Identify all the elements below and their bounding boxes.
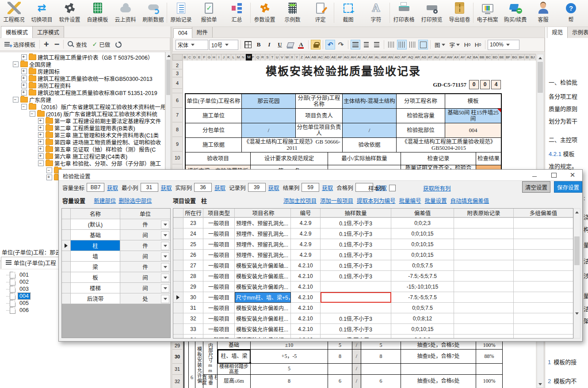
column-header[interactable]: AQ	[407, 54, 414, 61]
column-header[interactable]: AM	[380, 54, 387, 61]
lock-button[interactable]	[311, 40, 321, 49]
item-code-cell[interactable]: 4.2.9	[291, 228, 321, 239]
item-name-cell[interactable]: 预埋件、预留孔洞允...	[235, 250, 291, 260]
column-header[interactable]: BH	[518, 54, 525, 61]
items-table-row[interactable]: 25 一般项目 预埋件、预留孔洞允... 4.2.9 0.1倍,不小于3 0;0…	[173, 239, 573, 250]
items-table-row[interactable]: 26 一般项目 预埋件、预留孔洞允... 4.2.9 0.1倍,不小于3 0;0…	[173, 250, 573, 260]
refresh-button[interactable]	[113, 40, 124, 48]
reference-item[interactable]: 2模板内不	[548, 377, 577, 385]
column-header[interactable]: M	[236, 54, 241, 61]
multi-deviation-cell[interactable]	[514, 335, 573, 339]
close-icon[interactable]: ✕	[564, 170, 581, 180]
align-center-button[interactable]	[361, 40, 371, 49]
item-code-cell[interactable]: 4.2.10	[291, 324, 321, 335]
part-name-cell[interactable]: 梁	[71, 262, 120, 272]
toolbar-button[interactable]: 汇总	[223, 0, 251, 27]
form-cell-value[interactable]: /	[242, 123, 296, 138]
row-number-cell[interactable]: 24	[183, 228, 203, 239]
multi-deviation-cell[interactable]	[514, 260, 573, 271]
row-header[interactable]: 10	[172, 152, 182, 164]
items-table-row[interactable]: 23 一般项目 预埋件、预留孔洞允... 4.2.9 0.1倍,不小于3 0;0…	[173, 218, 573, 228]
item-code-cell[interactable]: 4.2.9	[291, 250, 321, 260]
sample-quantity-cell[interactable]: 0.1倍,不小于3	[321, 313, 391, 324]
form-cell[interactable]: ±10	[251, 342, 328, 350]
item-name-cell[interactable]: 预埋件、预留孔洞允...	[235, 239, 291, 250]
unit-cell[interactable]: 件	[120, 240, 170, 251]
deviation-cell[interactable]: 0;0;2;3	[391, 218, 454, 228]
item-code-cell[interactable]: 4.2.10	[291, 335, 321, 339]
toolbar-button[interactable]: 软件设置	[56, 0, 84, 27]
field-input[interactable]: BB7	[87, 183, 104, 192]
tree-expander-icon[interactable]	[21, 104, 27, 110]
field-input[interactable]: 59	[302, 183, 319, 192]
item-name-cell[interactable]: 预埋件、预留孔洞允...	[235, 218, 291, 228]
item-name-cell[interactable]: 模板安装允许偏差内...	[235, 303, 291, 313]
form-result-cell[interactable]	[476, 364, 503, 375]
form-result-cell[interactable]: 100%	[476, 342, 503, 350]
scroll-up-button[interactable]	[537, 54, 543, 61]
sample-quantity-cell[interactable]	[321, 292, 391, 303]
columns-button-1[interactable]	[386, 40, 396, 49]
capacity-table-row[interactable]: (默认) 件	[62, 219, 170, 230]
column-header[interactable]: W	[285, 54, 290, 61]
toolbar-button[interactable]: 原始记录	[167, 0, 195, 27]
form-cell-value[interactable]: 基础50间 柱15件墙25间	[445, 109, 501, 123]
toolbar-button[interactable]: 云上资料	[111, 0, 139, 27]
attached-record-cell[interactable]	[454, 239, 514, 250]
items-table-row[interactable]: 34 一般项目 模板安装允许偏差相... 4.2.10 0.1倍,不小于3 0;…	[173, 335, 573, 339]
collapse-button[interactable]: −	[52, 40, 62, 48]
multi-deviation-cell[interactable]	[514, 292, 573, 303]
toolbar-button[interactable]: 报验单	[195, 0, 223, 27]
undo-button[interactable]: ↶	[325, 40, 335, 49]
item-type-cell[interactable]: 一般项目	[203, 335, 235, 339]
column-header[interactable]: AN	[387, 54, 394, 61]
form-cell[interactable]: 楼梯相邻踏步高差	[218, 364, 251, 375]
zoom-select[interactable]: 100%	[488, 40, 519, 50]
item-code-cell[interactable]: 4.2.10	[291, 260, 321, 271]
tree-expander-icon[interactable]	[13, 97, 19, 103]
column-header[interactable]: Z	[300, 54, 305, 61]
selected-column-header[interactable]: M	[246, 54, 252, 61]
project-link[interactable]: 添加主控项目	[283, 196, 317, 205]
deviation-cell[interactable]: 0;0;5;7.5	[391, 303, 454, 313]
item-type-cell[interactable]: 一般项目	[203, 292, 235, 303]
tree-expander-icon[interactable]	[46, 175, 52, 180]
code-digit-box[interactable]: 0	[480, 80, 490, 89]
tree-expander-icon[interactable]	[38, 118, 44, 124]
column-header[interactable]: BG	[512, 54, 519, 61]
scroll-down-button[interactable]	[537, 381, 543, 388]
column-header[interactable]: AB	[311, 54, 317, 61]
column-header[interactable]: AH	[350, 54, 357, 61]
form-cell[interactable]: 层高≤6m	[218, 375, 251, 388]
column-header[interactable]: Y	[295, 54, 300, 61]
item-type-cell[interactable]: 一般项目	[203, 303, 235, 313]
capacity-table-row[interactable]: 基础 间	[62, 230, 170, 240]
toolbar-button[interactable]: 字符	[362, 0, 390, 27]
font-color-button[interactable]: A	[296, 40, 306, 49]
toolbar-button[interactable]: 打印表格	[390, 0, 418, 27]
part-name-cell[interactable]: 柱	[71, 240, 120, 251]
capacity-table-row[interactable]: 柱 件	[62, 240, 170, 251]
tree-expander-icon[interactable]	[38, 139, 44, 145]
item-type-cell[interactable]: 一般项目	[203, 239, 235, 250]
unit-project-tab[interactable]: 单位(子单位)工程	[1, 257, 61, 269]
form-cell[interactable]: 5	[361, 342, 401, 350]
attached-record-cell[interactable]	[454, 303, 514, 313]
font-family-select[interactable]: 宋体	[176, 40, 208, 50]
tree-expander-icon[interactable]	[21, 76, 27, 81]
tree-expander-icon[interactable]	[21, 68, 27, 74]
column-header[interactable]: AL	[374, 54, 381, 61]
get-link[interactable]: 获取	[107, 183, 118, 192]
column-header[interactable]: BF	[505, 54, 512, 61]
column-header[interactable]: BE	[499, 54, 505, 61]
attached-record-cell[interactable]	[454, 260, 514, 271]
get-link[interactable]: 获取	[214, 183, 225, 192]
attached-record-cell[interactable]	[454, 218, 514, 228]
item-name-cell[interactable]: 预埋件、预留孔洞允...	[235, 228, 291, 239]
capacity-table-row[interactable]: 墙 间	[62, 251, 170, 262]
item-code-cell[interactable]: 4.2.10	[291, 303, 321, 313]
form-cell[interactable]: 5	[328, 342, 352, 350]
toolbar-button[interactable]: 评定	[306, 0, 334, 27]
multi-deviation-cell[interactable]	[514, 218, 573, 228]
column-header[interactable]: U	[275, 54, 280, 61]
